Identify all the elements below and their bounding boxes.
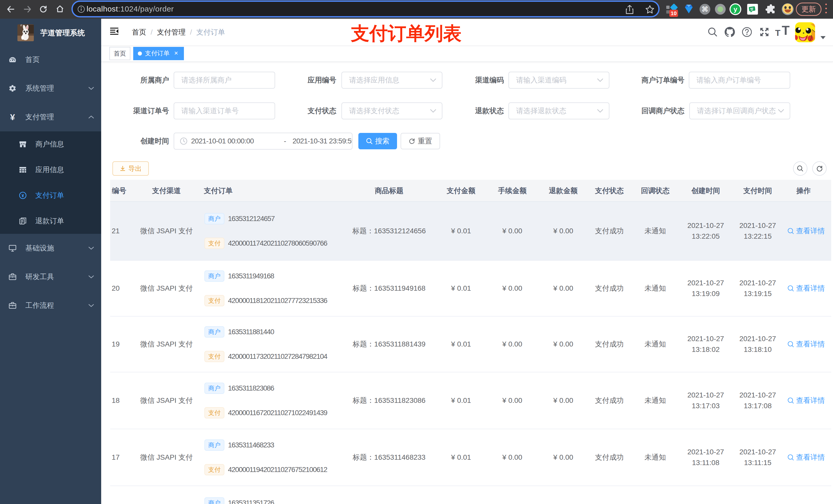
- svg-text:¥: ¥: [22, 193, 24, 198]
